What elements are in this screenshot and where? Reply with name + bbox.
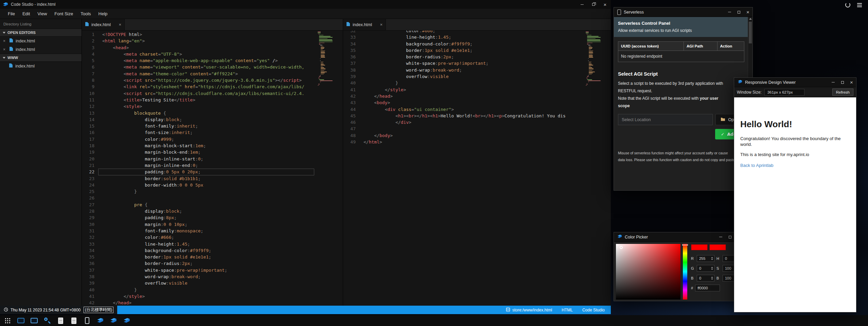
sidebar-section-open-editors[interactable]: OPEN EDITORS xyxy=(0,28,82,37)
scrollbar-thumb[interactable] xyxy=(749,22,752,43)
code-line[interactable]: </style> xyxy=(102,293,318,300)
tab-close-icon[interactable]: × xyxy=(119,22,121,27)
code-line[interactable]: overflow:visible xyxy=(364,73,586,80)
status-file-path[interactable]: store:/www/index.html xyxy=(506,307,552,313)
code-line[interactable]: border-radius:2px; xyxy=(102,260,318,267)
search-icon[interactable] xyxy=(43,317,51,325)
stepper-icon[interactable] xyxy=(711,257,713,260)
code-line[interactable]: word-wrap:break-word; xyxy=(364,67,586,73)
code-line[interactable]: border:1px solid #e1e1e1; xyxy=(102,254,318,260)
code-line[interactable]: pre { xyxy=(102,202,318,208)
minimap[interactable] xyxy=(318,31,333,306)
code-line[interactable]: border:1px solid #e1e1e1; xyxy=(364,47,586,54)
code-line[interactable]: margin:0 0 10px; xyxy=(102,221,318,228)
menu-icon[interactable] xyxy=(857,3,862,7)
code-line[interactable]: margin-block-end:1em; xyxy=(102,149,318,155)
code-line[interactable]: display:block; xyxy=(102,208,318,214)
code-line[interactable]: <script src="https://cdnjs.cloudflare.co… xyxy=(102,90,318,97)
code-line[interactable]: } xyxy=(364,80,586,86)
code-line[interactable]: <script src="https://code.jquery.com/jqu… xyxy=(102,77,318,83)
code-line[interactable]: line-height:1.45; xyxy=(102,241,318,247)
code-line[interactable]: color:#999; xyxy=(102,136,318,142)
window-size-input[interactable]: 361px x 627px xyxy=(764,89,804,96)
maximize-button[interactable] xyxy=(734,7,743,17)
code-line[interactable]: </style> xyxy=(364,87,586,93)
code-line[interactable]: </html> xyxy=(364,139,586,145)
menu-font-size[interactable]: Font Size xyxy=(51,10,77,18)
close-icon[interactable]: × xyxy=(3,47,7,52)
code-line[interactable]: border:solid #b1b1b1; xyxy=(102,175,318,182)
code-studio-icon[interactable] xyxy=(96,317,104,325)
code-line[interactable]: <meta name="apple-mobile-web-app-capable… xyxy=(102,57,318,64)
mobile-device-icon[interactable] xyxy=(83,317,91,325)
tab-close-icon[interactable]: × xyxy=(380,22,383,27)
title-bar[interactable]: Code Studio - index.html × xyxy=(0,0,611,9)
code-line[interactable]: white-space:pre-wrap!important; xyxy=(364,60,586,66)
code-line[interactable] xyxy=(364,126,586,132)
channel-input-g[interactable]: 0 xyxy=(697,265,714,272)
code-line[interactable]: padding:0 5px 0 20px; xyxy=(102,169,318,175)
code-line[interactable]: <meta name="viewport" content="user-scal… xyxy=(102,64,318,70)
code-line[interactable]: } xyxy=(102,188,318,195)
code-studio-icon[interactable] xyxy=(109,317,118,325)
close-button[interactable]: × xyxy=(847,78,856,87)
code-line[interactable]: <meta charset="UTF-8"> xyxy=(102,51,318,57)
code-line[interactable]: border-width:0 0 0 5px xyxy=(102,182,318,188)
minimize-button[interactable] xyxy=(576,0,588,9)
spinner-icon[interactable] xyxy=(845,2,850,7)
document-icon[interactable] xyxy=(56,317,65,325)
maximize-button[interactable] xyxy=(725,232,734,242)
code-line[interactable]: <!DOCTYPE html> xyxy=(102,31,318,38)
browser-window-icon[interactable] xyxy=(30,317,38,325)
code-line[interactable]: word-wrap:break-word; xyxy=(102,273,318,280)
menu-tools[interactable]: Tools xyxy=(77,10,94,18)
code-line[interactable]: <h1><br></h1><h1>Hello World!<br></h1><p… xyxy=(364,113,586,119)
code-line[interactable]: <head> xyxy=(102,44,318,51)
code-line[interactable]: } xyxy=(102,287,318,293)
code-line[interactable] xyxy=(102,195,318,201)
code-line[interactable]: color:#666; xyxy=(364,31,586,34)
menu-view[interactable]: View xyxy=(34,10,51,18)
stepper-icon[interactable] xyxy=(711,267,713,270)
code-studio-icon[interactable] xyxy=(123,317,131,325)
code-line[interactable]: </body> xyxy=(364,132,586,139)
hue-slider[interactable] xyxy=(683,244,687,300)
close-button[interactable]: × xyxy=(599,0,611,9)
sidebar-item-index-html[interactable]: ×index.html xyxy=(0,37,82,45)
channel-input-b[interactable]: 0 xyxy=(697,275,714,282)
sidebar-item-index-html[interactable]: index.html xyxy=(0,62,82,70)
stepper-icon[interactable] xyxy=(711,276,713,280)
code-line[interactable]: <body> xyxy=(364,99,586,106)
menu-edit[interactable]: Edit xyxy=(19,10,34,18)
serverless-title-bar[interactable]: Serverless × xyxy=(614,7,752,17)
code-line[interactable]: font-family:inherit; xyxy=(102,123,318,129)
select-location-input[interactable] xyxy=(618,114,713,125)
sidebar-item-index-html[interactable]: ×index.html xyxy=(0,45,82,54)
code-line[interactable]: <style> xyxy=(102,103,318,110)
code-line[interactable]: </head> xyxy=(102,300,318,306)
code-line[interactable]: font-family:monospace; xyxy=(102,228,318,234)
code-editor[interactable]: <!DOCTYPE html><html lang="en"> <head> <… xyxy=(98,31,318,306)
code-line[interactable]: margin-block-start:1em; xyxy=(102,142,318,149)
code-line[interactable]: <link rel="stylesheet" href="https://cdn… xyxy=(102,83,318,90)
back-to-aprintlab-link[interactable]: Back to Aprintlab xyxy=(740,163,850,168)
color-picker-title-bar[interactable]: Color Picker × xyxy=(614,232,744,242)
tab-index-html[interactable]: index.html × xyxy=(82,19,125,30)
code-editor[interactable]: color:#666; line-height:1.45; background… xyxy=(359,31,586,306)
status-app-name[interactable]: Code Studio xyxy=(582,308,605,312)
tab-index-html[interactable]: index.html × xyxy=(343,19,386,30)
code-line[interactable]: border-radius:2px; xyxy=(364,54,586,60)
code-line[interactable]: white-space:pre-wrap!important; xyxy=(102,267,318,273)
saturation-value-picker[interactable] xyxy=(616,244,680,300)
close-icon[interactable]: × xyxy=(3,39,7,43)
minimize-button[interactable] xyxy=(829,78,838,87)
code-line[interactable]: <title>Testing Site</title> xyxy=(102,97,318,103)
code-line[interactable]: <html lang="en"> xyxy=(102,38,318,44)
scroll-up-icon[interactable] xyxy=(749,18,752,20)
code-line[interactable]: </div> xyxy=(364,119,586,126)
close-button[interactable]: × xyxy=(743,7,752,17)
code-line[interactable]: display:block; xyxy=(102,116,318,123)
code-line[interactable]: background-color:#f9f9f9; xyxy=(364,41,586,47)
menu-file[interactable]: File xyxy=(4,10,19,18)
minimap[interactable] xyxy=(586,31,601,306)
